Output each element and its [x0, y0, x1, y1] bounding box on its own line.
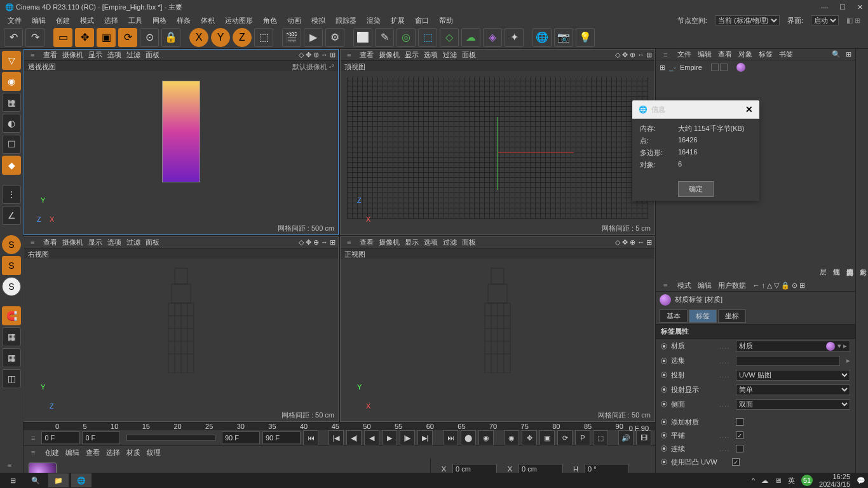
axis-z[interactable]: Z	[233, 28, 252, 47]
movie-button[interactable]: 🎞	[636, 430, 651, 445]
close-button[interactable]: ✕	[857, 3, 863, 11]
menu-volume[interactable]: 体积	[197, 15, 219, 27]
om-expand-icon[interactable]: ⊞	[846, 50, 851, 58]
prop-radio[interactable]	[661, 445, 667, 452]
vp-camera[interactable]: 摄像机	[62, 238, 83, 247]
key-selection[interactable]: ◉	[504, 430, 519, 445]
material-tag-icon[interactable]	[736, 63, 745, 72]
add-sky[interactable]: 🌐	[532, 28, 552, 47]
rotate-tool[interactable]: ⟳	[118, 28, 137, 47]
prop-radio[interactable]	[661, 432, 667, 438]
tree-expand-icon[interactable]: ⊞	[660, 64, 665, 72]
menu-render[interactable]: 渲染	[363, 15, 384, 27]
vp-menu-icon[interactable]: ≡	[27, 236, 38, 249]
prop-radio[interactable]	[661, 401, 667, 407]
menu-mograph[interactable]: 运动图形	[221, 15, 257, 27]
info-ok-button[interactable]: 确定	[678, 181, 714, 197]
tab-basic[interactable]: 基本	[660, 309, 688, 323]
menu-mesh[interactable]: 网格	[149, 15, 170, 27]
edge-mode[interactable]: ∠	[2, 206, 21, 225]
selection-field[interactable]	[736, 356, 840, 366]
explorer-button[interactable]: 📁	[48, 473, 69, 487]
tray-cloud-icon[interactable]: ☁	[761, 477, 768, 485]
prop-radio[interactable]	[661, 358, 667, 364]
workplane-snap[interactable]: ▦	[2, 327, 21, 346]
menu-mode[interactable]: 模式	[76, 15, 98, 27]
om-search-icon[interactable]: 🔍	[832, 50, 841, 58]
mat-material[interactable]: 材质	[126, 448, 140, 458]
current-frame[interactable]	[82, 431, 120, 444]
timeline-ruler[interactable]: 051015202530354045505560657075808590 0 F…	[24, 423, 655, 430]
prop-radio[interactable]	[661, 419, 667, 425]
key-pla[interactable]: ⬚	[593, 430, 608, 445]
om-tags[interactable]: 标签	[759, 50, 773, 59]
layout-icons[interactable]: ◧ ⊞	[843, 15, 864, 26]
vp-filter[interactable]: 过滤	[443, 238, 457, 247]
visibility-editor[interactable]	[711, 64, 719, 71]
vp-nav-icons[interactable]: ◇ ✥ ⊕ ↔ ⊞	[615, 238, 652, 247]
useuvw-checkbox[interactable]	[732, 458, 740, 466]
vp-camera[interactable]: 摄像机	[62, 50, 83, 60]
key-pos[interactable]: ✥	[522, 430, 537, 445]
menu-simulate[interactable]: 模拟	[308, 15, 329, 27]
add-field[interactable]: ⬚	[418, 28, 437, 47]
guide-snap[interactable]: ◫	[2, 369, 21, 388]
object-tree[interactable]: ⊞ ⎯◦ Empire	[656, 60, 855, 87]
viewport-solo2[interactable]: S	[2, 256, 21, 275]
vp-nav-icons[interactable]: ◇ ✥ ⊕ ↔ ⊞	[299, 51, 336, 59]
vp-filter[interactable]: 过滤	[126, 50, 140, 60]
vp-panel[interactable]: 面板	[146, 50, 159, 60]
tile-checkbox[interactable]	[736, 431, 743, 439]
projdisplay-dropdown[interactable]: 简单	[736, 384, 850, 395]
vp-display[interactable]: 显示	[405, 50, 419, 60]
end-frame[interactable]	[222, 431, 260, 444]
start-frame[interactable]	[41, 431, 79, 444]
material-slot[interactable]: 材质▾ ▸	[736, 341, 850, 352]
play-back[interactable]: ◀	[364, 430, 379, 445]
prop-radio[interactable]	[661, 343, 667, 349]
minimize-button[interactable]: —	[821, 3, 828, 11]
vp-display[interactable]: 显示	[405, 238, 419, 247]
om-file[interactable]: 文件	[677, 50, 691, 59]
end-frame2[interactable]	[262, 431, 301, 444]
viewport-solo[interactable]: S	[2, 235, 21, 254]
om-bookmarks[interactable]: 书签	[779, 50, 793, 59]
vp-display[interactable]: 显示	[88, 238, 102, 247]
prop-radio[interactable]	[661, 459, 667, 465]
mat-edit[interactable]: 编辑	[65, 448, 79, 458]
texture-mode[interactable]: ▦	[2, 93, 21, 112]
object-mode[interactable]: ☐	[2, 135, 21, 154]
vp-display[interactable]: 显示	[88, 50, 102, 60]
next-key[interactable]: ▶|	[417, 430, 433, 445]
axis-y[interactable]: Y	[211, 28, 230, 47]
addmat-checkbox[interactable]	[736, 418, 743, 426]
mat-texture[interactable]: 纹理	[147, 448, 161, 458]
prop-radio[interactable]	[661, 386, 667, 393]
tl-menu-icon[interactable]: ≡	[27, 431, 39, 444]
vp-filter[interactable]: 过滤	[126, 238, 140, 247]
menu-character[interactable]: 角色	[259, 15, 281, 27]
prop-radio[interactable]	[661, 372, 667, 378]
om-menu-icon[interactable]: ≡	[660, 49, 671, 61]
scale-tool[interactable]: ▣	[97, 28, 116, 47]
menu-create[interactable]: 创建	[52, 15, 74, 27]
vp-camera[interactable]: 摄像机	[379, 238, 400, 247]
point-mode[interactable]: ⋮	[2, 185, 21, 204]
workplane-mode[interactable]: ◐	[2, 114, 21, 133]
bottom-menu-icon[interactable]: ≡	[4, 459, 15, 471]
vp-filter[interactable]: 过滤	[443, 50, 457, 60]
play-fwd[interactable]: ▶	[382, 430, 397, 445]
menu-spline[interactable]: 样条	[173, 15, 194, 27]
model-mode[interactable]: ◉	[2, 72, 21, 91]
mat-select[interactable]: 选择	[106, 448, 120, 458]
timeline-slider[interactable]	[126, 435, 215, 441]
sound-button[interactable]: 🔊	[618, 430, 634, 445]
tray-badge[interactable]: 51	[801, 475, 813, 486]
menu-extensions[interactable]: 扩展	[387, 15, 409, 27]
vp-menu-icon[interactable]: ≡	[27, 49, 38, 62]
render-region[interactable]: ▶	[304, 28, 323, 47]
menu-file[interactable]: 文件	[4, 15, 25, 27]
c4d-taskbar-button[interactable]: 🌐	[71, 473, 92, 487]
grid-snap[interactable]: ▦	[2, 348, 21, 367]
add-camera[interactable]: ◈	[483, 28, 502, 47]
